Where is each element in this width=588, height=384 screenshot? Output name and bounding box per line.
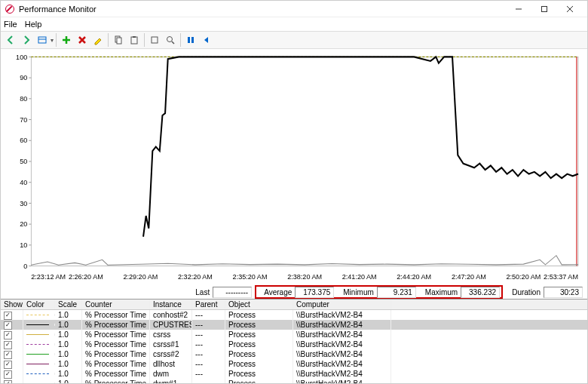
- maximum-value: 336.232: [461, 287, 500, 298]
- table-row[interactable]: ✓1.0% Processor Timecsrss#1---Process\\B…: [1, 339, 587, 349]
- last-value: ---------: [213, 287, 252, 298]
- svg-text:50: 50: [20, 158, 27, 165]
- svg-text:20: 20: [20, 220, 27, 228]
- cell-instance: dwm#1: [150, 379, 192, 383]
- show-checkbox[interactable]: ✓: [4, 361, 12, 369]
- cell-counter: % Processor Time: [82, 349, 150, 359]
- cell-instance: dllhost: [150, 359, 192, 369]
- average-value: 173.375: [295, 287, 334, 298]
- cell-parent: ---: [192, 369, 225, 379]
- stats-row: Last --------- Average 173.375 Minimum 9…: [1, 285, 587, 299]
- svg-text:2:44:20 AM: 2:44:20 AM: [397, 272, 431, 280]
- update-button[interactable]: [199, 32, 214, 48]
- table-row[interactable]: ✓1.0% Processor Timedllhost---Process\\B…: [1, 359, 587, 369]
- svg-text:2:32:20 AM: 2:32:20 AM: [178, 272, 213, 280]
- show-checkbox[interactable]: ✓: [4, 331, 12, 339]
- forward-button[interactable]: [19, 32, 34, 48]
- svg-rect-9: [133, 36, 136, 38]
- last-label: Last: [195, 288, 210, 296]
- svg-line-12: [172, 41, 174, 44]
- cell-instance: conhost#2: [150, 310, 192, 320]
- cell-computer: \\BurstHackVM2-B4: [293, 379, 391, 383]
- cell-object: Process: [225, 379, 293, 383]
- col-show[interactable]: Show: [1, 300, 23, 309]
- table-row[interactable]: ✓1.0% Processor TimeCPUSTRES---Process\\…: [1, 320, 587, 330]
- copy-button[interactable]: [111, 32, 126, 48]
- svg-text:100: 100: [16, 53, 27, 60]
- cell-object: Process: [225, 369, 293, 379]
- menu-help[interactable]: Help: [25, 20, 42, 29]
- cell-scale: 1.0: [55, 310, 82, 320]
- col-parent[interactable]: Parent: [192, 300, 225, 309]
- table-row[interactable]: ✓1.0% Processor Timecsrss#2---Process\\B…: [1, 349, 587, 359]
- zoom-button[interactable]: [163, 32, 178, 48]
- table-row[interactable]: ✓1.0% Processor Timeconhost#2---Process\…: [1, 310, 587, 320]
- cell-object: Process: [225, 339, 293, 349]
- col-computer[interactable]: Computer: [293, 300, 391, 309]
- cell-parent: ---: [192, 310, 225, 320]
- svg-text:2:41:20 AM: 2:41:20 AM: [342, 272, 377, 280]
- cell-scale: 1.0: [55, 359, 82, 369]
- properties-button[interactable]: [147, 32, 162, 48]
- col-object[interactable]: Object: [225, 300, 293, 309]
- cell-parent: ---: [192, 349, 225, 359]
- table-row[interactable]: ✓1.0% Processor Timedwm---Process\\Burst…: [1, 369, 587, 379]
- table-header: Show Color Scale Counter Instance Parent…: [1, 300, 587, 310]
- svg-rect-15: [31, 57, 578, 266]
- table-row[interactable]: ✓1.0% Processor Timedwm#1---Process\\Bur…: [1, 379, 587, 383]
- cell-scale: 1.0: [55, 330, 82, 339]
- svg-text:0: 0: [23, 263, 27, 270]
- cell-counter: % Processor Time: [82, 369, 150, 379]
- svg-text:2:53:37 AM: 2:53:37 AM: [544, 272, 578, 280]
- cell-counter: % Processor Time: [82, 320, 150, 330]
- minimize-button[interactable]: [506, 2, 531, 17]
- cell-scale: 1.0: [55, 339, 82, 349]
- cell-computer: \\BurstHackVM2-B4: [293, 349, 391, 359]
- table-row[interactable]: ✓1.0% Processor Timecsrss---Process\\Bur…: [1, 330, 587, 339]
- col-scale[interactable]: Scale: [55, 300, 82, 309]
- svg-text:2:35:20 AM: 2:35:20 AM: [233, 272, 268, 280]
- show-checkbox[interactable]: ✓: [4, 321, 12, 330]
- show-checkbox[interactable]: ✓: [4, 370, 12, 379]
- svg-text:2:26:20 AM: 2:26:20 AM: [69, 272, 103, 280]
- show-checkbox[interactable]: ✓: [4, 312, 12, 320]
- add-counter-button[interactable]: [59, 32, 74, 48]
- svg-rect-8: [131, 37, 137, 44]
- cell-object: Process: [225, 310, 293, 320]
- cell-parent: ---: [192, 330, 225, 339]
- paste-button[interactable]: [127, 32, 142, 48]
- cell-object: Process: [225, 359, 293, 369]
- cell-scale: 1.0: [55, 379, 82, 383]
- svg-text:40: 40: [20, 179, 27, 186]
- show-checkbox[interactable]: ✓: [4, 351, 12, 359]
- cell-object: Process: [225, 349, 293, 359]
- back-button[interactable]: [3, 32, 18, 48]
- menu-file[interactable]: File: [4, 20, 17, 29]
- show-checkbox[interactable]: ✓: [4, 341, 12, 349]
- maximize-button[interactable]: [531, 2, 557, 17]
- svg-text:2:47:20 AM: 2:47:20 AM: [452, 272, 486, 280]
- svg-text:70: 70: [20, 116, 27, 124]
- cell-counter: % Processor Time: [82, 339, 150, 349]
- close-button[interactable]: [557, 2, 583, 17]
- color-swatch: [26, 344, 49, 345]
- show-checkbox[interactable]: ✓: [4, 380, 12, 383]
- cell-computer: \\BurstHackVM2-B4: [293, 339, 391, 349]
- svg-text:60: 60: [20, 137, 27, 144]
- cell-instance: CPUSTRES: [150, 320, 192, 330]
- cell-scale: 1.0: [55, 349, 82, 359]
- color-swatch: [26, 315, 49, 315]
- svg-text:2:50:20 AM: 2:50:20 AM: [506, 272, 541, 280]
- col-instance[interactable]: Instance: [150, 300, 192, 309]
- col-counter[interactable]: Counter: [82, 300, 150, 309]
- view-type-button[interactable]: [35, 32, 50, 48]
- svg-rect-13: [188, 37, 190, 43]
- performance-chart[interactable]: 01020304050607080901002:23:12 AM2:26:20 …: [1, 49, 587, 285]
- freeze-button[interactable]: [183, 32, 198, 48]
- col-color[interactable]: Color: [23, 300, 55, 309]
- delete-counter-button[interactable]: [75, 32, 90, 48]
- svg-point-11: [167, 37, 173, 42]
- highlight-button[interactable]: [90, 32, 106, 48]
- counter-table[interactable]: Show Color Scale Counter Instance Parent…: [1, 299, 587, 383]
- cell-instance: csrss#2: [150, 349, 192, 359]
